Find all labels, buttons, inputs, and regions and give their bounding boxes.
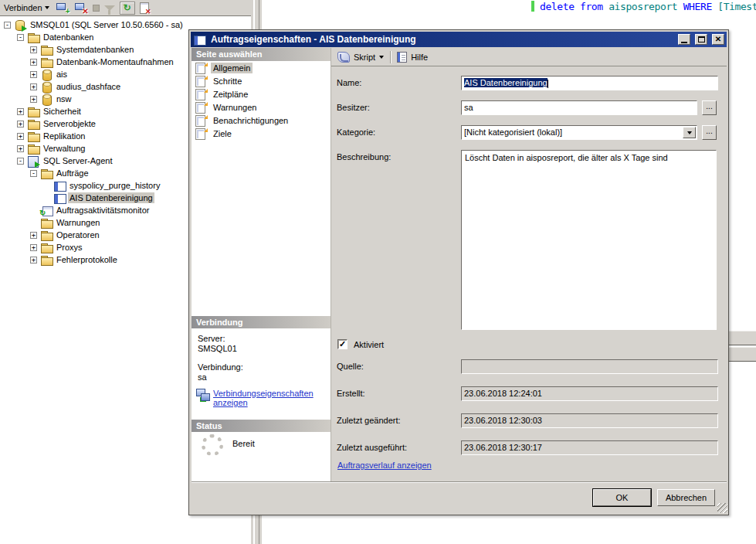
job-icon bbox=[193, 34, 206, 45]
status-value: Bereit bbox=[232, 439, 255, 448]
collapse-icon[interactable]: - bbox=[4, 22, 11, 29]
folder-icon bbox=[40, 230, 53, 241]
dialog-title-bar[interactable]: Auftragseigenschaften - AIS Datenbereini… bbox=[191, 32, 727, 47]
expand-icon[interactable]: + bbox=[30, 257, 37, 264]
pages-header: Seite auswählen bbox=[192, 48, 331, 61]
page-item-benachrichtigungen[interactable]: Benachrichtigungen bbox=[192, 114, 331, 127]
tree-item-label: Verwaltung bbox=[42, 143, 86, 154]
page-icon bbox=[195, 101, 208, 113]
folder-icon bbox=[27, 143, 40, 155]
folder-icon bbox=[27, 118, 40, 130]
database-icon bbox=[40, 81, 53, 93]
minimize-button[interactable] bbox=[678, 34, 690, 45]
description-textarea[interactable]: Löscht Daten in aisposreport, die älter … bbox=[461, 150, 717, 330]
script-error-icon[interactable] bbox=[140, 2, 150, 14]
connect-button-label: Verbinden bbox=[4, 3, 42, 12]
page-icon bbox=[195, 62, 208, 73]
folder-icon bbox=[40, 168, 53, 179]
close-button[interactable]: ✕ bbox=[712, 34, 724, 45]
folder-icon bbox=[40, 56, 53, 68]
dialog-left-panel: Seite auswählen AllgemeinSchritteZeitplä… bbox=[192, 48, 331, 481]
cancel-button[interactable]: Abbrechen bbox=[657, 489, 715, 506]
maximize-button[interactable] bbox=[695, 34, 707, 45]
connection-properties-icon bbox=[196, 389, 210, 400]
expand-icon[interactable]: + bbox=[17, 145, 24, 152]
refresh-icon[interactable]: ↻ bbox=[120, 2, 135, 15]
expand-icon[interactable]: + bbox=[17, 121, 24, 128]
category-select-value: [Nicht kategorisiert (lokal)] bbox=[464, 128, 562, 137]
dialog-toolbar: Skript Hilfe bbox=[331, 48, 727, 66]
owner-input[interactable]: sa bbox=[461, 100, 697, 115]
sql-token: [Timestamp] bbox=[717, 1, 756, 12]
folder-icon bbox=[27, 131, 40, 142]
tree-item-label: audius_dashface bbox=[55, 81, 122, 92]
description-label: Beschreibung: bbox=[337, 152, 391, 162]
enabled-checkbox[interactable]: ✓ bbox=[337, 339, 347, 349]
tree-item-label: nsw bbox=[55, 94, 73, 104]
expand-icon[interactable]: + bbox=[30, 59, 37, 66]
owner-label: Besitzer: bbox=[337, 103, 370, 112]
database-icon bbox=[40, 94, 53, 105]
page-item-zeitpläne[interactable]: Zeitpläne bbox=[192, 87, 331, 100]
help-button[interactable]: Hilfe bbox=[411, 53, 428, 62]
connect-server-icon[interactable]: + bbox=[56, 2, 69, 14]
server-label: Server: bbox=[198, 334, 225, 343]
help-icon bbox=[397, 52, 407, 63]
tree-item-label: AIS Datenbereinigung bbox=[68, 192, 154, 203]
resize-grip[interactable] bbox=[717, 503, 727, 513]
tree-item-label: Aufträge bbox=[55, 168, 90, 178]
tree-item-label: Warnungen bbox=[55, 217, 101, 228]
ok-button[interactable]: OK bbox=[593, 489, 651, 506]
last-executed-input-value: 23.06.2018 12:30:17 bbox=[464, 443, 542, 452]
combo-arrow-icon[interactable] bbox=[683, 127, 696, 138]
modified-label: Zuletzt geändert: bbox=[337, 416, 401, 425]
page-item-allgemein[interactable]: Allgemein bbox=[192, 61, 331, 74]
page-item-label: Ziele bbox=[211, 128, 234, 139]
progress-spinner-icon bbox=[202, 434, 223, 456]
expand-icon[interactable]: + bbox=[30, 232, 37, 239]
folder-icon bbox=[40, 242, 53, 253]
expand-icon[interactable]: + bbox=[17, 108, 24, 115]
page-item-warnungen[interactable]: Warnungen bbox=[192, 100, 331, 114]
category-browse-button[interactable]: ... bbox=[702, 125, 717, 140]
background-panel-edge bbox=[725, 347, 756, 362]
expand-icon[interactable]: + bbox=[30, 96, 37, 103]
page-item-label: Warnungen bbox=[211, 102, 259, 113]
connection-label: Verbindung: bbox=[198, 362, 243, 372]
collapse-icon[interactable]: - bbox=[17, 34, 24, 41]
collapse-icon[interactable]: - bbox=[30, 170, 37, 177]
expand-icon[interactable]: + bbox=[30, 46, 37, 53]
job-history-link[interactable]: Auftragsverlauf anzeigen bbox=[337, 461, 432, 470]
page-item-label: Zeitpläne bbox=[211, 89, 250, 100]
owner-browse-button[interactable]: ... bbox=[702, 100, 717, 115]
button-separator bbox=[192, 481, 727, 483]
expand-icon[interactable]: + bbox=[30, 83, 37, 90]
expand-icon[interactable]: + bbox=[17, 133, 24, 140]
name-input-value: AIS Datenbereinigung bbox=[464, 78, 548, 87]
tree-item-label: SMSQL01 (SQL Server 10.50.6560 - sa) bbox=[29, 19, 185, 30]
chevron-down-icon[interactable] bbox=[379, 56, 384, 59]
collapse-icon[interactable]: - bbox=[17, 158, 24, 165]
server-value: SMSQL01 bbox=[198, 344, 237, 353]
expand-icon[interactable]: + bbox=[30, 71, 37, 78]
name-input[interactable]: AIS Datenbereinigung bbox=[461, 76, 718, 90]
script-button[interactable]: Skript bbox=[354, 53, 375, 62]
folder-icon bbox=[27, 32, 40, 43]
modified-input-value: 23.06.2018 12:30:03 bbox=[464, 416, 542, 425]
folder-icon bbox=[40, 217, 53, 229]
connection-properties-link[interactable]: Verbindungseigenschaften anzeigen bbox=[213, 389, 327, 407]
page-item-ziele[interactable]: Ziele bbox=[192, 127, 331, 140]
modified-input: 23.06.2018 12:30:03 bbox=[461, 413, 718, 428]
category-select[interactable]: [Nicht kategorisiert (lokal)] bbox=[461, 125, 697, 140]
expand-icon[interactable]: + bbox=[30, 244, 37, 251]
tree-item-label: Auftragsaktivitätsmonitor bbox=[55, 205, 151, 216]
page-item-schritte[interactable]: Schritte bbox=[192, 74, 331, 87]
sql-code-line: delete from aisposreport WHERE [Timestam… bbox=[540, 1, 756, 12]
disconnect-server-icon[interactable]: ✕ bbox=[74, 2, 88, 14]
tree-item-label: syspolicy_purge_history bbox=[68, 180, 161, 191]
page-item-label: Allgemein bbox=[211, 63, 253, 73]
connect-dropdown-button[interactable]: Verbinden bbox=[2, 2, 51, 13]
created-input: 23.06.2018 12:24:01 bbox=[461, 386, 718, 401]
tree-item-label: Operatoren bbox=[55, 230, 101, 240]
source-label: Quelle: bbox=[337, 362, 364, 371]
